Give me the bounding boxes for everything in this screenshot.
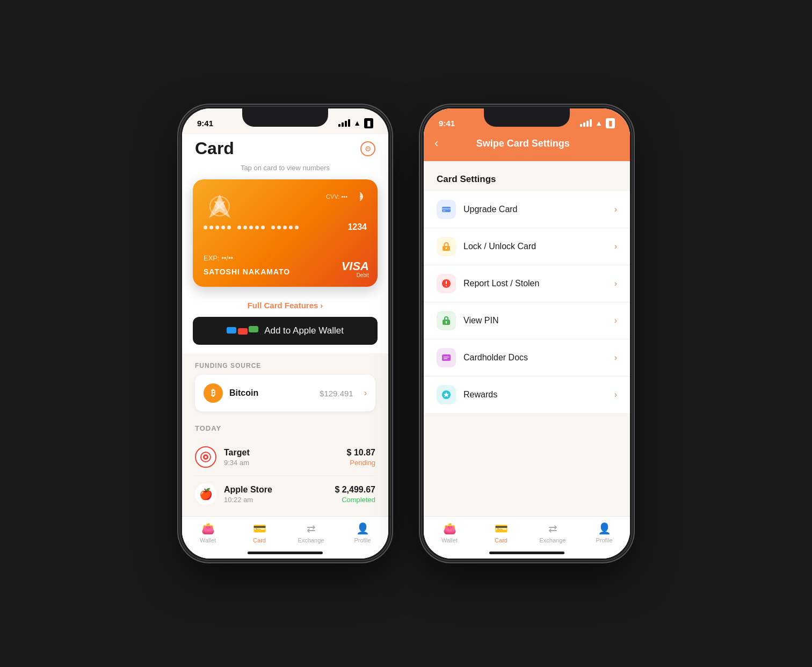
- svg-rect-6: [443, 211, 445, 212]
- svg-rect-16: [444, 357, 449, 358]
- target-tx-info: Target 9:34 am: [224, 448, 339, 467]
- tab-bar: 👛 Wallet 💳 Card ⇄ Exchange 👤 Profile: [182, 516, 388, 559]
- card-tab-icon-2: 💳: [495, 522, 508, 535]
- wallet-tab-label-2: Wallet: [441, 537, 458, 543]
- settings-body: Card Settings Upgrade Card: [424, 161, 630, 516]
- card-brand-logo: [204, 190, 236, 222]
- status-time: 9:41: [197, 119, 213, 128]
- target-icon: [195, 446, 216, 468]
- tab-wallet[interactable]: 👛 Wallet: [182, 522, 234, 543]
- lock-icon: [437, 237, 456, 256]
- svg-rect-14: [446, 323, 447, 324]
- apple-wallet-label: Add to Apple Wallet: [264, 325, 344, 336]
- full-features-button[interactable]: Full Card Features ›: [248, 301, 323, 310]
- profile-tab-icon-2: 👤: [598, 522, 611, 535]
- apple-tx-time: 10:22 am: [224, 496, 327, 504]
- funding-name: Bitcoin: [229, 388, 258, 398]
- report-card-label: Report Lost / Stolen: [463, 279, 607, 288]
- card-holder-name: SATOSHI NAKAMATO: [204, 267, 290, 276]
- notch: [242, 108, 328, 127]
- apple-tx-amounts: $ 2,499.67 Completed: [335, 485, 375, 504]
- full-features-link: Full Card Features ›: [182, 295, 388, 317]
- apple-tx-status: Completed: [335, 496, 375, 504]
- profile-tab-label-2: Profile: [596, 537, 612, 543]
- tab-bar-indicator-2: [489, 552, 564, 554]
- funding-item[interactable]: ₿ Bitcoin $129.491 ›: [195, 375, 375, 411]
- svg-rect-5: [442, 208, 451, 209]
- settings-item-docs[interactable]: Cardholder Docs ›: [424, 339, 630, 376]
- settings-item-upgrade[interactable]: Upgrade Card ›: [424, 191, 630, 228]
- funding-chevron-icon: ›: [364, 388, 367, 398]
- today-label: TODAY: [195, 424, 375, 432]
- tab-profile-2[interactable]: 👤 Profile: [578, 522, 630, 543]
- notch-2: [484, 108, 570, 127]
- tab-wallet-2[interactable]: 👛 Wallet: [424, 522, 475, 543]
- funding-section: FUNDING SOURCE ₿ Bitcoin $129.491 ›: [182, 353, 388, 416]
- exchange-tab-label-2: Exchange: [540, 537, 566, 543]
- card-last-digits: 1234: [347, 222, 367, 232]
- wallet-tab-icon-2: 👛: [443, 522, 456, 535]
- tab-card[interactable]: 💳 Card: [234, 522, 285, 543]
- transactions-section: TODAY Target 9:34 am: [182, 416, 388, 516]
- card-exp-row: EXP: ••/••: [204, 254, 233, 262]
- settings-item-lock[interactable]: Lock / Unlock Card ›: [424, 228, 630, 265]
- tab-profile[interactable]: 👤 Profile: [337, 522, 388, 543]
- card-cvv: CVV: •••: [326, 193, 347, 200]
- docs-label: Cardholder Docs: [463, 353, 607, 363]
- settings-gear-button[interactable]: ⚙: [360, 141, 375, 156]
- settings-item-rewards[interactable]: Rewards ›: [424, 376, 630, 413]
- apple-tx-amount: $ 2,499.67: [335, 485, 375, 495]
- wifi-icon-2: ▲: [595, 119, 603, 127]
- apple-wallet-button[interactable]: Add to Apple Wallet: [193, 317, 378, 345]
- transaction-apple[interactable]: 🍎 Apple Store 10:22 am $ 2,499.67 Comple…: [195, 476, 375, 512]
- back-button[interactable]: ‹: [434, 134, 443, 153]
- contactless-icon: [354, 190, 367, 206]
- card-number-row: 1234: [204, 222, 367, 232]
- tab-bar-indicator: [248, 552, 323, 554]
- card-tab-label-2: Card: [495, 537, 508, 543]
- svg-rect-15: [442, 354, 451, 361]
- battery-icon-2: ▮: [606, 118, 615, 128]
- card-network: VISA Debit: [342, 260, 369, 278]
- report-icon: [437, 274, 456, 293]
- upgrade-card-label: Upgrade Card: [463, 205, 607, 214]
- profile-tab-label: Profile: [354, 537, 371, 543]
- settings-item-report[interactable]: Report Lost / Stolen ›: [424, 265, 630, 302]
- exchange-tab-icon-2: ⇄: [548, 522, 557, 535]
- rewards-label: Rewards: [463, 390, 607, 400]
- target-tx-time: 9:34 am: [224, 459, 339, 467]
- report-card-chevron: ›: [614, 279, 617, 288]
- target-tx-status: Pending: [347, 459, 375, 467]
- status-icons-2: ▲ ▮: [580, 118, 615, 128]
- tab-exchange[interactable]: ⇄ Exchange: [285, 522, 337, 543]
- settings-header: ‹ Swipe Card Settings: [424, 134, 630, 161]
- target-tx-name: Target: [224, 448, 339, 458]
- upgrade-icon: [437, 200, 456, 219]
- settings-item-pin[interactable]: View PIN ›: [424, 302, 630, 339]
- apple-wallet-button-wrapper: Add to Apple Wallet: [182, 317, 388, 353]
- tab-bar-2: 👛 Wallet 💳 Card ⇄ Exchange 👤 Profile: [424, 516, 630, 559]
- tab-exchange-2[interactable]: ⇄ Exchange: [527, 522, 578, 543]
- transaction-target[interactable]: Target 9:34 am $ 10.87 Pending: [195, 439, 375, 476]
- tap-hint: Tap on card to view numbers: [182, 161, 388, 179]
- settings-list: Upgrade Card ›: [424, 191, 630, 413]
- card-tab-label: Card: [253, 537, 266, 543]
- apple-icon: 🍎: [195, 483, 216, 505]
- upgrade-card-chevron: ›: [614, 205, 617, 214]
- phones-container: 9:41 ▲ ▮ Card ⚙: [180, 107, 632, 560]
- apple-wallet-icon: [227, 327, 259, 335]
- docs-chevron: ›: [614, 353, 617, 363]
- signal-bars-icon-2: [580, 119, 592, 127]
- tab-card-2[interactable]: 💳 Card: [475, 522, 527, 543]
- credit-card[interactable]: CVV: •••: [193, 179, 378, 287]
- settings-screen: 9:41 ▲ ▮ ‹ Swipe Car: [424, 108, 630, 559]
- svg-rect-17: [444, 358, 447, 359]
- settings-title: Swipe Card Settings: [443, 138, 603, 149]
- profile-tab-icon: 👤: [356, 522, 369, 535]
- apple-tx-name: Apple Store: [224, 485, 327, 495]
- svg-point-8: [446, 248, 447, 249]
- settings-section-title: Card Settings: [424, 161, 630, 191]
- wifi-icon: ▲: [353, 119, 361, 127]
- lock-card-label: Lock / Unlock Card: [463, 242, 607, 251]
- bitcoin-icon: ₿: [204, 383, 223, 403]
